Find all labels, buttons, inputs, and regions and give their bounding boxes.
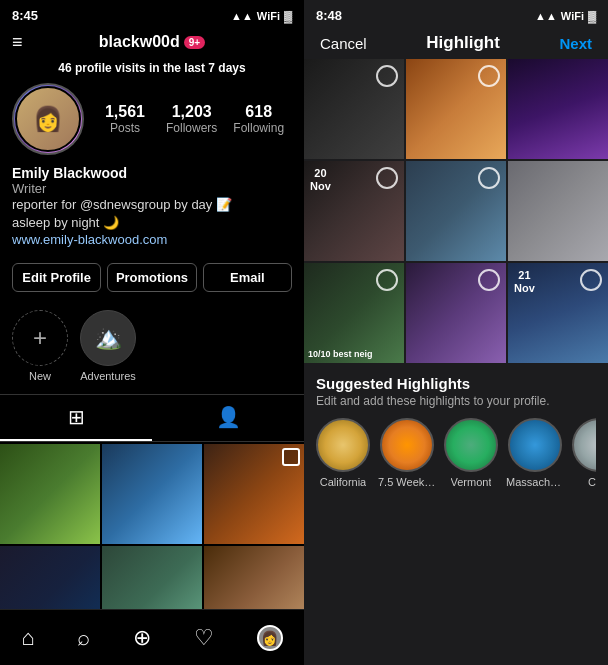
story-new[interactable]: + New [12, 310, 68, 382]
date-day-21: 21 [514, 269, 535, 282]
bio-section: Emily Blackwood Writer reporter for @sdn… [0, 165, 304, 257]
stories-row: + New 🏔️ Adventures [0, 302, 304, 390]
bio-name: Emily Blackwood [12, 165, 292, 181]
suggested-vermont[interactable]: Vermont [444, 418, 498, 488]
status-icons-left: ▲▲ WiFi ▓ [231, 10, 292, 22]
right-grid-cell-9[interactable]: 21 Nov [508, 263, 608, 363]
suggested-circle-california2 [572, 418, 596, 472]
add-icon[interactable]: ⊕ [133, 625, 151, 651]
next-button[interactable]: Next [559, 35, 592, 52]
suggested-massachusetts[interactable]: Massachus... [508, 418, 562, 488]
following-stat[interactable]: 618 Following [233, 103, 284, 135]
suggested-label-vermont: Vermont [451, 476, 492, 488]
email-button[interactable]: Email [203, 263, 292, 292]
bio-line2: asleep by night 🌙 [12, 214, 292, 232]
top-nav-right: Cancel Highlight Next [304, 27, 608, 59]
right-grid-cell-6[interactable] [508, 161, 608, 261]
avatar-image: 👩 [15, 86, 81, 152]
select-checkbox-9[interactable] [580, 269, 602, 291]
suggested-circle-massachusetts [508, 418, 562, 472]
story-adventures-circle[interactable]: 🏔️ [80, 310, 136, 366]
battery-icon-right: ▓ [588, 10, 596, 22]
suggested-label-75weekend: 7.5 Weekend [378, 476, 436, 488]
search-icon[interactable]: ⌕ [77, 625, 90, 651]
select-checkbox-8[interactable] [478, 269, 500, 291]
right-grid-cell-3[interactable] [508, 59, 608, 159]
select-checkbox-1[interactable] [376, 65, 398, 87]
right-grid-cell-7[interactable]: 10/10 best neig [304, 263, 404, 363]
bio-link[interactable]: www.emily-blackwood.com [12, 232, 292, 247]
date-badge-nov21: 21 Nov [514, 269, 535, 295]
date-badge-nov20: 20 Nov [310, 167, 331, 193]
grid-cell-3[interactable] [204, 444, 304, 544]
story-adventures[interactable]: 🏔️ Adventures [80, 310, 136, 382]
heart-icon[interactable]: ♡ [194, 625, 214, 651]
right-panel: 8:48 ▲▲ WiFi ▓ Cancel Highlight Next 20 … [304, 0, 608, 665]
wifi-icon: WiFi [257, 10, 280, 22]
bio-line1: reporter for @sdnewsgroup by day 📝 [12, 196, 292, 214]
grid-cell-1[interactable] [0, 444, 100, 544]
suggested-title: Suggested Highlights [316, 375, 596, 392]
suggested-label-massachusetts: Massachus... [506, 476, 564, 488]
signal-icon: ▲▲ [231, 10, 253, 22]
tab-grid[interactable]: ⊞ [0, 395, 152, 441]
right-grid-cell-5[interactable] [406, 161, 506, 261]
story-adventures-label: Adventures [80, 370, 136, 382]
suggested-california[interactable]: California [316, 418, 370, 488]
right-grid-cell-2[interactable] [406, 59, 506, 159]
followers-count: 1,203 [172, 103, 212, 121]
add-story-button[interactable]: + [12, 310, 68, 366]
highlight-title: Highlight [426, 33, 500, 53]
home-icon[interactable]: ⌂ [21, 625, 34, 651]
followers-stat[interactable]: 1,203 Followers [166, 103, 217, 135]
suggested-subtitle: Edit and add these highlights to your pr… [316, 394, 596, 408]
notification-badge: 9+ [184, 36, 205, 49]
suggested-label-california2: Calif [588, 476, 596, 488]
bio-title: Writer [12, 181, 292, 196]
posts-count: 1,561 [105, 103, 145, 121]
tab-tagged[interactable]: 👤 [152, 395, 304, 441]
battery-icon: ▓ [284, 10, 292, 22]
select-checkbox-7[interactable] [376, 269, 398, 291]
avatar: 👩 [12, 83, 84, 155]
suggested-label-california: California [320, 476, 366, 488]
date-month-21: Nov [514, 282, 535, 295]
profile-section: 👩 1,561 Posts 1,203 Followers 618 Follow… [0, 83, 304, 165]
wifi-icon-right: WiFi [561, 10, 584, 22]
time-left: 8:45 [12, 8, 38, 23]
promotions-button[interactable]: Promotions [107, 263, 196, 292]
date-month: Nov [310, 180, 331, 193]
following-count: 618 [245, 103, 272, 121]
cancel-button[interactable]: Cancel [320, 35, 367, 52]
left-panel: 8:45 ▲▲ WiFi ▓ ≡ blackw00d 9+ 46 profile… [0, 0, 304, 665]
date-day: 20 [310, 167, 331, 180]
profile-nav-avatar[interactable]: 👩 [257, 625, 283, 651]
select-checkbox-2[interactable] [478, 65, 500, 87]
status-icons-right: ▲▲ WiFi ▓ [535, 10, 596, 22]
grid-cell-2[interactable] [102, 444, 202, 544]
select-checkbox-5[interactable] [478, 167, 500, 189]
suggested-california2[interactable]: Calif [572, 418, 596, 488]
right-grid-cell-4[interactable]: 20 Nov [304, 161, 404, 261]
action-buttons: Edit Profile Promotions Email [0, 257, 304, 302]
menu-icon[interactable]: ≡ [12, 32, 23, 53]
visit-count: 46 [58, 61, 71, 75]
suggested-section: Suggested Highlights Edit and add these … [304, 363, 608, 496]
edit-profile-button[interactable]: Edit Profile [12, 263, 101, 292]
right-grid-cell-1[interactable] [304, 59, 404, 159]
suggested-circle-california [316, 418, 370, 472]
person-tag-icon: 👤 [216, 405, 241, 429]
signal-icon-right: ▲▲ [535, 10, 557, 22]
grid-icon: ⊞ [68, 405, 85, 429]
suggested-circle-vermont [444, 418, 498, 472]
followers-label: Followers [166, 121, 217, 135]
select-checkbox-4[interactable] [376, 167, 398, 189]
right-grid-cell-8[interactable] [406, 263, 506, 363]
posts-stat[interactable]: 1,561 Posts [100, 103, 150, 135]
posts-label: Posts [110, 121, 140, 135]
suggested-75weekend[interactable]: 7.5 Weekend [380, 418, 434, 488]
status-bar-left: 8:45 ▲▲ WiFi ▓ [0, 0, 304, 27]
status-bar-right: 8:48 ▲▲ WiFi ▓ [304, 0, 608, 27]
suggested-row: California 7.5 Weekend Vermont Massachus… [316, 418, 596, 488]
top-nav-left: ≡ blackw00d 9+ [0, 27, 304, 57]
